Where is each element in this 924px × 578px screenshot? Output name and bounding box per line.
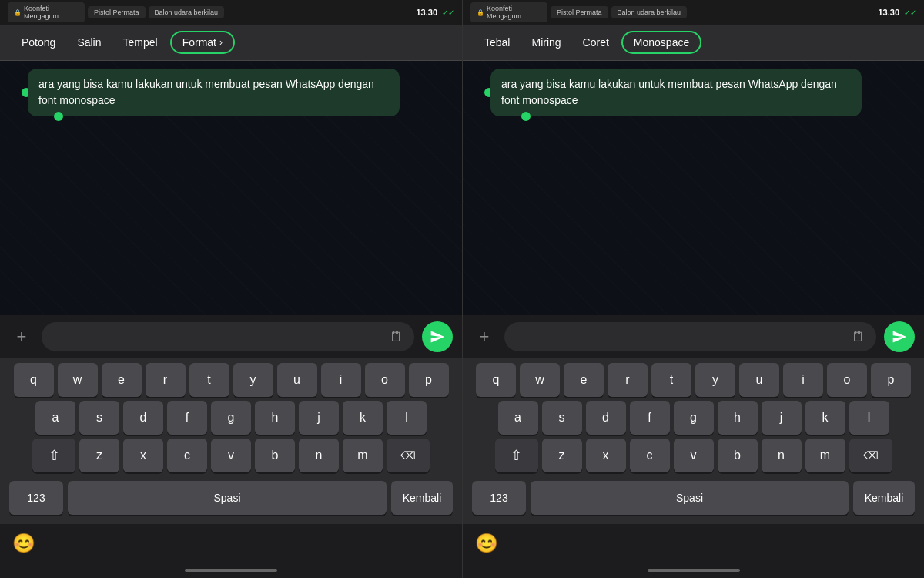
key-u-right[interactable]: u <box>739 363 779 397</box>
menu-salin[interactable]: Salin <box>68 32 110 53</box>
key-v-right[interactable]: v <box>674 439 714 472</box>
key-space-right[interactable]: Spasi <box>531 481 849 515</box>
menu-miring[interactable]: Miring <box>522 32 570 53</box>
tab-pistol-label-right: Pistol Permata <box>557 8 602 16</box>
message-text-left: ara yang bisa kamu lakukan untuk membuat… <box>38 78 374 106</box>
key-m-left[interactable]: m <box>343 439 383 472</box>
menu-potong[interactable]: Potong <box>12 32 65 53</box>
key-h-right[interactable]: h <box>718 401 758 435</box>
key-j-left[interactable]: j <box>299 401 339 435</box>
key-t-left[interactable]: t <box>189 363 229 397</box>
key-r-left[interactable]: r <box>146 363 186 397</box>
key-g-right[interactable]: g <box>674 401 714 435</box>
key-a-left[interactable]: a <box>35 401 75 435</box>
tab-koonfeti-right[interactable]: 🔒 Koonfeti Mengagum... <box>470 2 547 22</box>
key-f-left[interactable]: f <box>167 401 207 435</box>
send-button-right[interactable] <box>884 321 915 352</box>
key-o-right[interactable]: o <box>827 363 867 397</box>
tab-balon-right[interactable]: Balon udara berkilau <box>611 6 688 18</box>
chat-area-right: ara yang bisa kamu lakukan untuk membuat… <box>463 61 924 315</box>
tab-pistol-right[interactable]: Pistol Permata <box>551 6 608 18</box>
key-x-left[interactable]: x <box>123 439 163 472</box>
key-q-right[interactable]: q <box>476 363 516 397</box>
tab-pistol-label: Pistol Permata <box>94 8 139 16</box>
key-shift-right[interactable]: ⇧ <box>495 439 538 472</box>
key-o-left[interactable]: o <box>365 363 405 397</box>
key-return-left[interactable]: Kembali <box>391 481 453 515</box>
tab-pistol[interactable]: Pistol Permata <box>88 6 146 18</box>
key-g-left[interactable]: g <box>211 401 251 435</box>
key-backspace-right[interactable]: ⌫ <box>849 439 892 472</box>
message-bubble-left: ara yang bisa kamu lakukan untuk membuat… <box>28 69 400 116</box>
key-l-right[interactable]: l <box>849 401 889 435</box>
key-i-left[interactable]: i <box>321 363 361 397</box>
key-x-right[interactable]: x <box>586 439 626 472</box>
menu-monospace[interactable]: Monospace <box>621 31 701 54</box>
key-t-right[interactable]: t <box>651 363 691 397</box>
text-input-left[interactable]: 🗒 <box>42 322 414 351</box>
key-w-right[interactable]: w <box>520 363 560 397</box>
plus-button-left[interactable]: + <box>9 324 34 349</box>
text-input-right[interactable]: 🗒 <box>504 322 876 351</box>
key-h-left[interactable]: h <box>255 401 295 435</box>
key-a-right[interactable]: a <box>498 401 538 435</box>
send-button-left[interactable] <box>422 321 453 352</box>
key-k-right[interactable]: k <box>805 401 845 435</box>
emoji-icon-left[interactable]: 😊 <box>12 533 35 554</box>
key-s-left[interactable]: s <box>79 401 119 435</box>
key-e-right[interactable]: e <box>564 363 604 397</box>
emoji-icon-right[interactable]: 😊 <box>475 533 498 554</box>
key-s-right[interactable]: s <box>542 401 582 435</box>
key-e-left[interactable]: e <box>102 363 142 397</box>
key-d-left[interactable]: d <box>123 401 163 435</box>
plus-button-right[interactable]: + <box>472 324 497 349</box>
key-p-right[interactable]: p <box>871 363 911 397</box>
key-b-right[interactable]: b <box>718 439 758 472</box>
key-b-left[interactable]: b <box>255 439 295 472</box>
key-n-left[interactable]: n <box>299 439 339 472</box>
key-shift-left[interactable]: ⇧ <box>32 439 75 472</box>
keyboard-row-2-right: a s d f g h j k l <box>466 401 921 435</box>
key-j-right[interactable]: j <box>762 401 802 435</box>
home-indicator-right <box>463 563 924 578</box>
key-i-right[interactable]: i <box>783 363 823 397</box>
key-space-left[interactable]: Spasi <box>68 481 387 515</box>
key-c-right[interactable]: c <box>630 439 670 472</box>
tab-balon[interactable]: Balon udara berkilau <box>149 6 225 18</box>
key-n-right[interactable]: n <box>762 439 802 472</box>
key-k-left[interactable]: k <box>343 401 383 435</box>
key-w-left[interactable]: w <box>58 363 98 397</box>
sticker-icon-right: 🗒 <box>852 329 865 345</box>
key-z-left[interactable]: z <box>79 439 119 472</box>
key-f-right[interactable]: f <box>630 401 670 435</box>
key-y-right[interactable]: y <box>695 363 735 397</box>
key-123-right[interactable]: 123 <box>472 481 526 515</box>
key-d-right[interactable]: d <box>586 401 626 435</box>
status-tabs-right: 🔒 Koonfeti Mengagum... Pistol Permata Ba… <box>470 2 873 22</box>
key-backspace-left[interactable]: ⌫ <box>387 439 430 472</box>
key-r-right[interactable]: r <box>608 363 648 397</box>
key-p-left[interactable]: p <box>409 363 449 397</box>
menu-tebal[interactable]: Tebal <box>475 32 519 53</box>
sticker-icon-left: 🗒 <box>390 329 403 345</box>
key-return-right[interactable]: Kembali <box>853 481 915 515</box>
keyboard-row-1-left: q w e r t y u i o p <box>3 363 459 397</box>
keyboard-row-1-right: q w e r t y u i o p <box>466 363 921 397</box>
keyboard-bottom-left: 123 Spasi Kembali <box>3 476 459 521</box>
menu-coret[interactable]: Coret <box>574 32 618 53</box>
key-q-left[interactable]: q <box>14 363 54 397</box>
menu-format[interactable]: Format › <box>170 31 235 54</box>
key-c-left[interactable]: c <box>167 439 207 472</box>
keyboard-row-3-right: ⇧ z x c v b n m ⌫ <box>466 439 921 472</box>
key-z-right[interactable]: z <box>542 439 582 472</box>
input-row-left: + 🗒 <box>0 315 462 358</box>
menu-tempel[interactable]: Tempel <box>114 32 167 53</box>
lock-icon: 🔒 <box>14 9 22 16</box>
key-y-left[interactable]: y <box>233 363 273 397</box>
tab-koonfeti[interactable]: 🔒 Koonfeti Mengagum... <box>8 2 85 22</box>
key-123-left[interactable]: 123 <box>9 481 63 515</box>
key-m-right[interactable]: m <box>805 439 845 472</box>
key-u-left[interactable]: u <box>277 363 317 397</box>
key-v-left[interactable]: v <box>211 439 251 472</box>
key-l-left[interactable]: l <box>387 401 427 435</box>
